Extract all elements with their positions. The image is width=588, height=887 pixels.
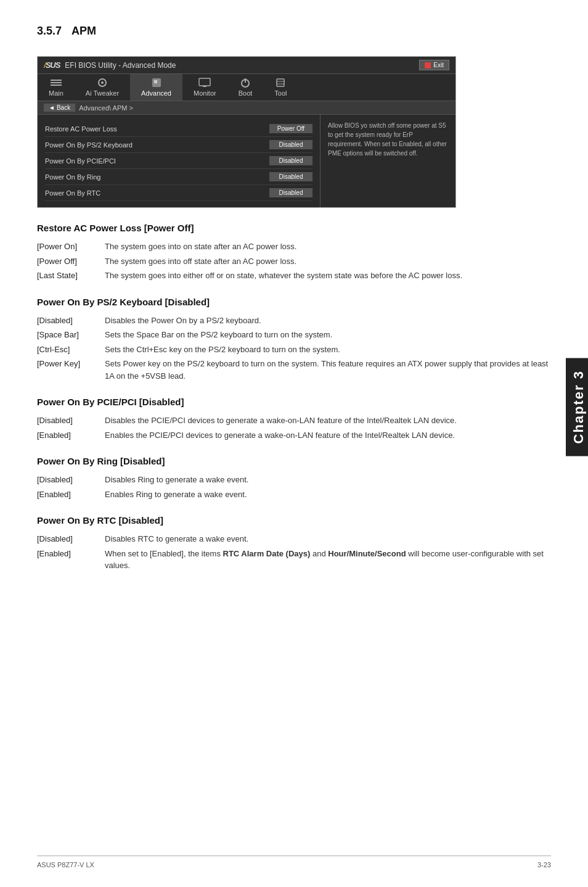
nav-ai-tweaker-label: Ai Tweaker bbox=[86, 89, 119, 97]
doc-section-pcie: Power On By PCIE/PCI [Disabled] [Disable… bbox=[37, 397, 551, 442]
nav-boot[interactable]: Boot bbox=[227, 74, 264, 101]
doc-option: [Ctrl-Esc] bbox=[37, 342, 105, 357]
doc-description: Disables Ring to generate a wake event. bbox=[105, 472, 551, 487]
setting-row-2[interactable]: Power On By PCIE/PCI Disabled bbox=[45, 153, 312, 169]
doc-title-ring: Power On By Ring [Disabled] bbox=[37, 456, 551, 466]
doc-description-rtc-enabled: When set to [Enabled], the items RTC Ala… bbox=[105, 547, 551, 573]
doc-title-rtc: Power On By RTC [Disabled] bbox=[37, 515, 551, 526]
doc-section-rtc: Power On By RTC [Disabled] [Disabled] Di… bbox=[37, 515, 551, 573]
nav-tool-label: Tool bbox=[274, 89, 287, 97]
doc-table-restore-ac: [Power On] The system goes into on state… bbox=[37, 239, 551, 283]
advanced-icon bbox=[150, 78, 163, 88]
doc-entry: [Disabled] Disables Ring to generate a w… bbox=[37, 472, 551, 487]
svg-rect-5 bbox=[199, 78, 210, 86]
footer-product: ASUS P8Z77-V LX bbox=[37, 861, 94, 868]
nav-advanced-label: Advanced bbox=[141, 89, 171, 97]
page-container: 3.5.7 APM /SUS EFI BIOS Utility - Advanc… bbox=[0, 0, 588, 887]
svg-rect-9 bbox=[277, 79, 284, 86]
bios-titlebar: /SUS EFI BIOS Utility - Advanced Mode Ex… bbox=[38, 57, 455, 74]
setting-value-3: Disabled bbox=[269, 172, 312, 181]
exit-label: Exit bbox=[433, 62, 444, 68]
bios-content: Restore AC Power Loss Power Off Power On… bbox=[38, 115, 455, 207]
doc-entry: [Enabled] Enables the PCIE/PCI devices t… bbox=[37, 428, 551, 443]
doc-description: Enables Ring to generate a wake event. bbox=[105, 487, 551, 502]
setting-label-2: Power On By PCIE/PCI bbox=[45, 157, 116, 165]
section-number: 3.5.7 bbox=[37, 25, 62, 38]
setting-row-4[interactable]: Power On By RTC Disabled bbox=[45, 185, 312, 201]
doc-entry: [Enabled] Enables Ring to generate a wak… bbox=[37, 487, 551, 502]
doc-entry: [Power On] The system goes into on state… bbox=[37, 239, 551, 254]
bios-help-panel: Allow BIOS yo switch off some power at S… bbox=[320, 115, 455, 207]
setting-row-1[interactable]: Power On By PS/2 Keyboard Disabled bbox=[45, 137, 312, 153]
bios-settings-panel: Restore AC Power Loss Power Off Power On… bbox=[38, 115, 320, 207]
setting-label-0: Restore AC Power Loss bbox=[45, 125, 117, 133]
nav-advanced[interactable]: Advanced bbox=[130, 74, 182, 101]
bios-help-text: Allow BIOS yo switch off some power at S… bbox=[328, 122, 447, 157]
doc-entry: [Enabled] When set to [Enabled], the ite… bbox=[37, 547, 551, 573]
nav-monitor-label: Monitor bbox=[194, 89, 216, 97]
doc-section-ps2: Power On By PS/2 Keyboard [Disabled] [Di… bbox=[37, 297, 551, 384]
doc-description: The system goes into on state after an A… bbox=[105, 239, 551, 254]
doc-description: Disables the PCIE/PCI devices to generat… bbox=[105, 413, 551, 428]
setting-row-0[interactable]: Restore AC Power Loss Power Off bbox=[45, 121, 312, 137]
doc-section-ring: Power On By Ring [Disabled] [Disabled] D… bbox=[37, 456, 551, 501]
setting-label-4: Power On By RTC bbox=[45, 189, 100, 197]
section-title: APM bbox=[71, 25, 96, 38]
doc-option: [Power On] bbox=[37, 239, 105, 254]
doc-entry: [Disabled] Disables the PCIE/PCI devices… bbox=[37, 413, 551, 428]
tweaker-icon bbox=[96, 78, 108, 88]
doc-title-restore-ac: Restore AC Power Loss [Power Off] bbox=[37, 223, 551, 233]
doc-entry: [Power Key] Sets Power key on the PS/2 k… bbox=[37, 357, 551, 383]
setting-row-3[interactable]: Power On By Ring Disabled bbox=[45, 169, 312, 185]
doc-description: The system goes into either off or on st… bbox=[105, 268, 551, 283]
rtc-bold2: Hour/Minute/Second bbox=[328, 549, 406, 558]
doc-section-restore-ac: Restore AC Power Loss [Power Off] [Power… bbox=[37, 223, 551, 283]
bios-breadcrumb: ◄ Back Advanced\ APM > bbox=[38, 101, 455, 115]
nav-tool[interactable]: Tool bbox=[263, 74, 298, 101]
footer-page: 3-23 bbox=[537, 861, 551, 868]
doc-option: [Space Bar] bbox=[37, 328, 105, 342]
doc-entry: [Last State] The system goes into either… bbox=[37, 268, 551, 283]
doc-entry: [Power Off] The system goes into off sta… bbox=[37, 254, 551, 269]
doc-option: [Power Off] bbox=[37, 254, 105, 269]
bios-title: EFI BIOS Utility - Advanced Mode bbox=[65, 61, 176, 70]
doc-description: Disables RTC to generate a wake event. bbox=[105, 532, 551, 547]
back-button[interactable]: ◄ Back bbox=[44, 104, 75, 112]
doc-table-rtc: [Disabled] Disables RTC to generate a wa… bbox=[37, 532, 551, 573]
doc-description: Sets the Ctrl+Esc key on the PS/2 keyboa… bbox=[105, 342, 551, 357]
nav-boot-label: Boot bbox=[239, 89, 253, 97]
doc-description: The system goes into off state after an … bbox=[105, 254, 551, 269]
bios-titlebar-left: /SUS EFI BIOS Utility - Advanced Mode bbox=[44, 60, 176, 70]
back-label: Back bbox=[57, 104, 70, 111]
doc-option: [Disabled] bbox=[37, 313, 105, 328]
nav-ai-tweaker[interactable]: Ai Tweaker bbox=[75, 74, 130, 101]
power-icon bbox=[239, 78, 251, 88]
svg-rect-4 bbox=[154, 80, 157, 83]
doc-table-ring: [Disabled] Disables Ring to generate a w… bbox=[37, 472, 551, 501]
nav-main[interactable]: Main bbox=[38, 74, 75, 101]
bios-navbar: Main Ai Tweaker Advanced M bbox=[38, 74, 455, 101]
breadcrumb-path: Advanced\ APM > bbox=[79, 104, 133, 112]
rtc-middle: and bbox=[310, 549, 328, 558]
menu-icon bbox=[50, 78, 62, 88]
nav-monitor[interactable]: Monitor bbox=[182, 74, 227, 101]
doc-description: Disables the Power On by a PS/2 keyboard… bbox=[105, 313, 551, 328]
exit-icon bbox=[425, 62, 431, 68]
doc-entry: [Disabled] Disables RTC to generate a wa… bbox=[37, 532, 551, 547]
doc-option: [Disabled] bbox=[37, 472, 105, 487]
bios-exit-button[interactable]: Exit bbox=[419, 60, 449, 70]
bios-ui-box: /SUS EFI BIOS Utility - Advanced Mode Ex… bbox=[37, 56, 456, 208]
doc-title-pcie: Power On By PCIE/PCI [Disabled] bbox=[37, 397, 551, 407]
bios-logo: /SUS bbox=[44, 60, 60, 70]
doc-table-pcie: [Disabled] Disables the PCIE/PCI devices… bbox=[37, 413, 551, 442]
doc-entry: [Ctrl-Esc] Sets the Ctrl+Esc key on the … bbox=[37, 342, 551, 357]
chapter-tab: Chapter 3 bbox=[566, 358, 588, 456]
rtc-enabled-plain: When set to [Enabled], the items bbox=[105, 549, 223, 558]
doc-option: [Enabled] bbox=[37, 547, 105, 573]
rtc-bold1: RTC Alarm Date (Days) bbox=[223, 549, 311, 558]
doc-description: Enables the PCIE/PCI devices to generate… bbox=[105, 428, 551, 443]
setting-value-0: Power Off bbox=[269, 124, 312, 133]
setting-value-1: Disabled bbox=[269, 140, 312, 149]
setting-label-3: Power On By Ring bbox=[45, 173, 100, 181]
monitor-icon bbox=[198, 78, 211, 88]
